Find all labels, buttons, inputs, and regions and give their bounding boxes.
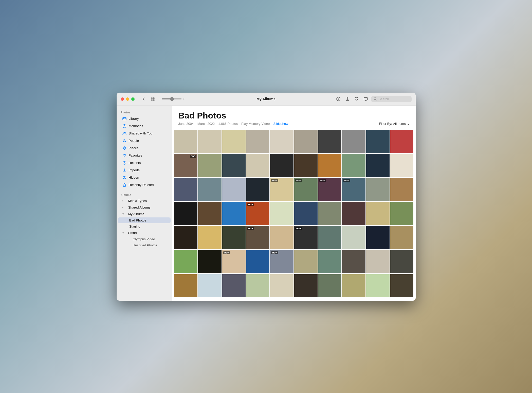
photo-cell[interactable] (366, 130, 390, 153)
photo-cell[interactable]: HDR (294, 178, 318, 201)
photo-cell[interactable] (342, 250, 365, 274)
photo-cell[interactable] (198, 130, 222, 153)
photo-cell[interactable] (342, 226, 365, 249)
maximize-button[interactable] (131, 97, 135, 101)
close-button[interactable] (121, 97, 124, 101)
photo-cell[interactable]: HDR (270, 250, 293, 274)
sidebar-item-recents[interactable]: Recents (118, 159, 171, 166)
photo-cell[interactable] (174, 226, 198, 249)
photo-cell[interactable] (246, 250, 270, 274)
sidebar-item-recently-deleted[interactable]: Recently Deleted (118, 181, 171, 189)
photo-cell[interactable] (174, 274, 198, 298)
photo-cell[interactable] (270, 274, 293, 298)
photo-cell[interactable] (366, 226, 390, 249)
photo-cell[interactable] (198, 226, 222, 249)
search-input[interactable] (379, 97, 409, 101)
sidebar-item-people[interactable]: People (118, 137, 171, 144)
photo-cell[interactable] (198, 154, 222, 177)
sidebar-group-my-albums[interactable]: ∨ My Albums (118, 211, 171, 217)
photo-cell[interactable] (390, 250, 414, 274)
photo-cell[interactable]: HDR (222, 250, 246, 274)
sidebar-item-favorites[interactable]: Favorites (118, 152, 171, 159)
photo-cell[interactable] (222, 274, 246, 298)
photo-cell[interactable] (222, 130, 246, 153)
photo-cell[interactable] (198, 178, 222, 201)
photo-cell[interactable] (174, 250, 198, 274)
photo-cell[interactable] (174, 130, 198, 153)
photo-cell[interactable] (270, 154, 293, 177)
share-button[interactable] (344, 96, 351, 102)
photo-cell[interactable] (366, 250, 390, 274)
photo-cell[interactable] (174, 202, 198, 225)
back-button[interactable] (140, 96, 147, 102)
photo-cell[interactable] (294, 274, 318, 298)
photo-cell[interactable] (222, 178, 246, 201)
photo-cell[interactable] (198, 202, 222, 225)
photo-cell[interactable] (318, 274, 342, 298)
info-button[interactable] (335, 96, 342, 102)
sidebar-item-memories[interactable]: Memories (118, 123, 171, 130)
zoom-slider[interactable] (162, 98, 182, 99)
photo-cell[interactable] (390, 274, 414, 298)
photo-cell[interactable] (270, 202, 293, 225)
photo-cell[interactable] (390, 226, 414, 249)
photo-cell[interactable] (318, 202, 342, 225)
photo-cell[interactable] (390, 202, 414, 225)
slideshow-button[interactable]: Slideshow (273, 122, 288, 126)
photo-cell[interactable] (318, 154, 342, 177)
sidebar-item-unsorted-photos[interactable]: Unsorted Photos (118, 242, 171, 248)
sidebar-item-staging[interactable]: Staging (118, 224, 171, 229)
photo-cell[interactable] (318, 250, 342, 274)
photo-cell[interactable] (222, 202, 246, 225)
photo-cell[interactable] (222, 154, 246, 177)
photo-cell[interactable] (342, 154, 365, 177)
photo-cell[interactable] (270, 130, 293, 153)
filter-by-dropdown[interactable]: Filter By: All Items ⌄ (379, 122, 409, 126)
photo-cell[interactable] (342, 274, 365, 298)
photo-cell[interactable] (198, 274, 222, 298)
photo-cell[interactable] (342, 202, 365, 225)
photo-cell[interactable]: HDR (318, 178, 342, 201)
minimize-button[interactable] (126, 97, 129, 101)
photo-cell[interactable] (366, 178, 390, 201)
sidebar-item-hidden[interactable]: Hidden (118, 174, 171, 181)
photo-cell[interactable] (318, 130, 342, 153)
photo-cell[interactable] (246, 130, 270, 153)
photo-cell[interactable]: HDR (342, 178, 365, 201)
photo-cell[interactable] (222, 226, 246, 249)
sidebar-group-shared-albums[interactable]: › Shared Albums (118, 204, 171, 211)
photo-cell[interactable] (366, 274, 390, 298)
photo-cell[interactable]: 8GB (174, 154, 198, 177)
favorite-button[interactable] (353, 96, 360, 102)
sidebar-group-smart[interactable]: ∨ Smart (118, 230, 171, 236)
photo-cell[interactable] (390, 130, 414, 153)
play-memory-video-button[interactable]: Play Memory Video (241, 122, 270, 126)
photo-cell[interactable] (390, 154, 414, 177)
photo-cell[interactable] (294, 154, 318, 177)
sidebar-item-imports[interactable]: Imports (118, 167, 171, 174)
photo-cell[interactable] (342, 130, 365, 153)
photo-cell[interactable] (174, 178, 198, 201)
sidebar-item-shared-with-you[interactable]: Shared with You (118, 130, 171, 137)
search-box[interactable] (371, 96, 412, 102)
photo-cell[interactable]: HDR (294, 226, 318, 249)
sidebar-item-bad-photos[interactable]: Bad Photos (118, 217, 171, 223)
photo-cell[interactable] (246, 154, 270, 177)
photo-cell[interactable] (294, 202, 318, 225)
photo-cell[interactable] (366, 154, 390, 177)
photo-cell[interactable] (318, 226, 342, 249)
photo-cell[interactable] (390, 178, 414, 201)
photo-cell[interactable]: HDR (246, 202, 270, 225)
sidebar-item-olympus-video[interactable]: Olympus Video (118, 236, 171, 242)
photo-cell[interactable] (198, 250, 222, 274)
photo-cell[interactable] (270, 226, 293, 249)
photo-cell[interactable]: HDR (246, 226, 270, 249)
photo-cell[interactable] (366, 202, 390, 225)
photo-cell[interactable] (294, 250, 318, 274)
sidebar-item-places[interactable]: Places (118, 145, 171, 152)
photo-cell[interactable] (246, 274, 270, 298)
sidebar-item-library[interactable]: Library (118, 115, 171, 122)
photo-cell[interactable] (246, 178, 270, 201)
photo-cell[interactable]: HDR (270, 178, 293, 201)
slideshow-toolbar-button[interactable] (362, 96, 370, 102)
